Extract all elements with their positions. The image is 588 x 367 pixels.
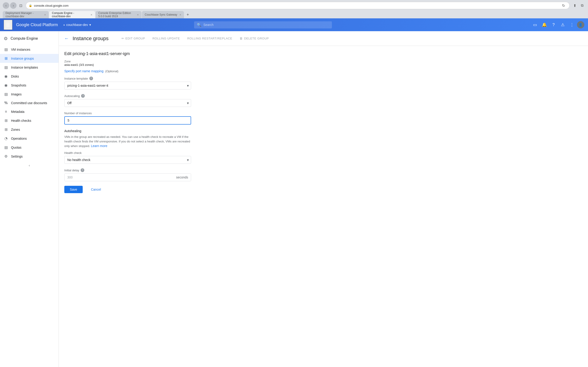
save-button[interactable]: Save	[64, 186, 83, 193]
initial-delay-label-row: Initial delay ?	[64, 168, 191, 172]
sidebar-item-label-settings: Settings	[11, 155, 23, 158]
health-check-label: Health check	[64, 151, 82, 155]
optional-text: (Optional)	[105, 69, 118, 73]
edit-icon: ✏	[121, 37, 124, 40]
cancel-button[interactable]: Cancel	[86, 186, 107, 193]
health-check-select[interactable]: No health check	[64, 156, 191, 164]
disks-icon: ◉	[4, 74, 8, 78]
tab-label: Deployment Manager - couchbase-dev	[6, 11, 42, 18]
search-bar[interactable]: 🔍	[194, 21, 332, 28]
autohealing-desc: VMs in the group are recreated as needed…	[64, 135, 191, 148]
back-nav-button[interactable]: ‹	[3, 2, 9, 9]
autohealing-section: Autohealing VMs in the group are recreat…	[64, 129, 191, 181]
sidebar-item-label-snapshots: Snapshots	[11, 83, 26, 87]
sidebar-item-vm-instances[interactable]: ▤ VM instances	[0, 45, 59, 54]
rolling-update-button[interactable]: ROLLING UPDATE	[149, 35, 183, 42]
logo-text: Google Cloud Platform	[16, 23, 58, 27]
autohealing-title: Autohealing	[64, 129, 191, 133]
tab-console-enterprise[interactable]: Console Enterprise Edition 5.0.0 build 3…	[95, 11, 141, 18]
tab-close-icon[interactable]: ✕	[137, 14, 139, 16]
instance-template-select-wrapper: pricing-1-asia-east1-server-it ▾	[64, 82, 191, 90]
autoscaling-select[interactable]: OffOn	[64, 99, 191, 107]
tab-compute-engine[interactable]: Compute Engine - couchbase-dev ✕	[49, 11, 95, 18]
back-button[interactable]: ←	[64, 36, 69, 41]
num-instances-field: Number of instances	[64, 111, 191, 125]
sidebar-item-snapshots[interactable]: ◉ Snapshots	[0, 81, 59, 90]
sidebar-item-health-checks[interactable]: ⊞ Health checks	[0, 116, 59, 125]
sidebar-title: Compute Engine	[10, 36, 38, 41]
sidebar-collapse-button[interactable]: ‹	[0, 161, 59, 170]
port-mapping-link[interactable]: Specify port name mapping	[64, 69, 103, 73]
form-area: Edit pricing-1-asia-east1-server-igm Zon…	[59, 46, 197, 199]
zone-field-group: Zone asia-east1 (3/3 zones)	[64, 60, 191, 67]
sidebar-item-zones[interactable]: ⊞ Zones	[0, 125, 59, 134]
forward-nav-button[interactable]: ›	[10, 2, 17, 9]
autoscaling-field: Autoscaling ? OffOn ▾	[64, 94, 191, 107]
initial-delay-field: Initial delay ? seconds	[64, 168, 191, 181]
search-input[interactable]	[203, 23, 329, 27]
project-dropdown-icon: ▾	[89, 23, 91, 27]
sidebar-item-settings[interactable]: ⚙ Settings	[0, 152, 59, 161]
tab-label: Compute Engine - couchbase-dev	[52, 11, 88, 18]
avatar[interactable]: 👤	[577, 21, 584, 28]
sidebar-item-instance-templates[interactable]: ▤ Instance templates	[0, 63, 59, 72]
page-title: Instance groups	[73, 35, 109, 42]
sidebar-item-label-vm-instances: VM instances	[11, 48, 30, 51]
tab-close-icon[interactable]: ✕	[179, 14, 181, 16]
sidebar-item-operations[interactable]: ◔ Operations	[0, 134, 59, 143]
tab-label: Couchbase Sync Gateway	[145, 13, 177, 16]
initial-delay-input[interactable]	[65, 174, 173, 181]
tab-bar: Deployment Manager - couchbase-dev ✕ Com…	[3, 11, 585, 18]
add-tab-button[interactable]: ⧉	[579, 2, 585, 9]
sidebar-item-disks[interactable]: ◉ Disks	[0, 72, 59, 81]
more-options-button[interactable]: ⋮	[568, 21, 576, 29]
alerts-button[interactable]: ⚠	[559, 21, 567, 29]
cloud-shell-button[interactable]: ▭	[531, 21, 539, 29]
main-layout: ⚙ Compute Engine ▤ VM instances ⊞ Instan…	[0, 31, 588, 367]
tab-couchbase-sync[interactable]: Couchbase Sync Gateway ✕	[142, 11, 184, 18]
browser-top-bar: ‹ › ⊡ 🔒 console.cloud.google.com ↻ ⬆ ⧉	[3, 2, 585, 9]
images-icon: ▤	[4, 92, 8, 96]
tab-close-icon[interactable]: ✕	[44, 14, 46, 16]
help-button[interactable]: ?	[549, 21, 558, 29]
sidebar-item-label-committed-use: Committed use discounts	[11, 101, 47, 105]
browser-nav-buttons: ‹ › ⊡	[3, 2, 24, 9]
learn-more-link[interactable]: Learn more	[91, 144, 107, 148]
autoscaling-help-icon[interactable]: ?	[81, 94, 85, 98]
tab-overview-button[interactable]: ⊡	[17, 2, 24, 9]
sidebar-item-label-images: Images	[11, 92, 22, 96]
sidebar-item-committed-use[interactable]: % Committed use discounts	[0, 99, 59, 107]
sidebar-item-quotas[interactable]: ▤ Quotas	[0, 143, 59, 152]
hamburger-menu-button[interactable]: ☰	[4, 20, 12, 30]
address-bar[interactable]: 🔒 console.cloud.google.com ↻	[26, 2, 570, 9]
sidebar-item-metadata[interactable]: ≡ Metadata	[0, 107, 59, 116]
initial-delay-input-wrapper: seconds	[64, 173, 191, 181]
zone-value: asia-east1 (3/3 zones)	[64, 63, 191, 67]
header-actions: ✏ EDIT GROUP ROLLING UPDATE ROLLING REST…	[118, 35, 273, 42]
tab-deployment-manager[interactable]: Deployment Manager - couchbase-dev ✕	[3, 11, 49, 18]
autoscaling-label-row: Autoscaling ?	[64, 94, 191, 98]
new-tab-button[interactable]: +	[184, 11, 191, 18]
sidebar-item-label-health-checks: Health checks	[11, 119, 31, 123]
rolling-restart-button[interactable]: ROLLING RESTART/REPLACE	[183, 35, 236, 42]
delete-group-button[interactable]: 🗑 DELETE GROUP	[236, 35, 272, 42]
instance-template-select[interactable]: pricing-1-asia-east1-server-it	[64, 82, 191, 90]
settings-icon: ⚙	[4, 154, 8, 158]
share-button[interactable]: ⬆	[571, 2, 578, 9]
sidebar-item-label-instance-groups: Instance groups	[11, 57, 34, 60]
initial-delay-help-icon[interactable]: ?	[81, 168, 84, 172]
edit-group-button[interactable]: ✏ EDIT GROUP	[118, 35, 149, 42]
sidebar-item-instance-groups[interactable]: ⊞ Instance groups	[0, 54, 59, 63]
tab-close-active-icon[interactable]: ✕	[90, 14, 92, 16]
health-checks-icon: ⊞	[4, 118, 8, 123]
rolling-update-label: ROLLING UPDATE	[153, 37, 180, 40]
content-area: ← Instance groups ✏ EDIT GROUP ROLLING U…	[59, 31, 588, 367]
num-instances-input[interactable]	[64, 116, 191, 125]
sidebar-header: ⚙ Compute Engine	[0, 31, 59, 45]
reload-button[interactable]: ↻	[560, 2, 567, 9]
sidebar-item-images[interactable]: ▤ Images	[0, 90, 59, 99]
num-instances-label: Number of instances	[64, 111, 92, 115]
project-selector[interactable]: ● couchbase-dev ▾	[61, 22, 93, 27]
instance-template-help-icon[interactable]: ?	[89, 77, 93, 80]
notifications-button[interactable]: 🔔	[540, 21, 548, 29]
